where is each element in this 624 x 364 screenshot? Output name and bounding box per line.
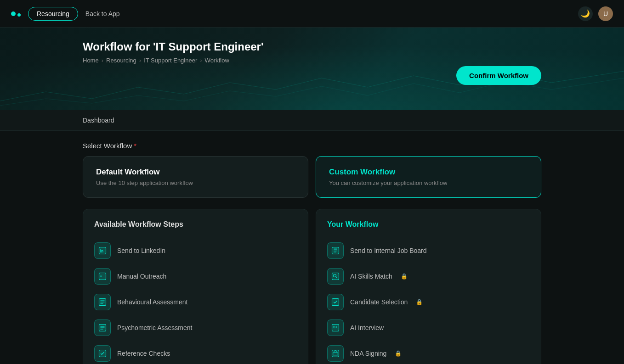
- step-reference[interactable]: Reference Checks: [94, 341, 297, 364]
- svg-text:»: »: [100, 274, 102, 279]
- your-workflow-panel: Your Workflow Send to Internal Job Board…: [316, 209, 541, 364]
- bottom-panels: Available Workflow Steps in Send to Link…: [83, 209, 541, 364]
- workflow-cards: Default Workflow Use the 10 step applica…: [83, 156, 541, 198]
- custom-workflow-title: Custom Workflow: [329, 168, 528, 177]
- breadcrumb: Home › Resourcing › IT Support Engineer …: [83, 57, 456, 64]
- avatar[interactable]: U: [598, 6, 613, 21]
- navbar-right: 🌙 U: [578, 6, 613, 21]
- breadcrumb-sep-2: ›: [139, 57, 141, 64]
- candidate-selection-icon: [327, 294, 344, 310]
- step-behavioural-label: Behavioural Assessment: [117, 298, 187, 306]
- required-indicator: *: [134, 142, 136, 150]
- linkedin-icon: in: [94, 242, 111, 259]
- ai-skills-lock-icon: 🔒: [401, 273, 408, 280]
- your-workflow-title: Your Workflow: [327, 220, 530, 229]
- yw-candidate-selection-label: Candidate Selection: [350, 298, 408, 306]
- step-psychometric[interactable]: Psychometric Assessment: [94, 315, 297, 341]
- default-workflow-desc: Use the 10 step application workflow: [96, 179, 295, 186]
- theme-toggle-button[interactable]: 🌙: [578, 6, 593, 21]
- logo-dot-1: [11, 11, 16, 16]
- psychometric-icon: [94, 319, 111, 336]
- yw-internal-job-board[interactable]: Send to Internal Job Board: [327, 238, 530, 263]
- step-manual-outreach-label: Manual Outreach: [117, 273, 166, 280]
- ai-skills-icon: [327, 268, 344, 285]
- step-manual-outreach[interactable]: » Manual Outreach: [94, 263, 297, 289]
- available-steps-panel: Available Workflow Steps in Send to Link…: [83, 209, 308, 364]
- confirm-workflow-button[interactable]: Confirm Workflow: [456, 66, 541, 85]
- select-workflow-label: Select Workflow *: [83, 142, 541, 150]
- svg-rect-1: [0, 55, 74, 110]
- step-behavioural[interactable]: Behavioural Assessment: [94, 289, 297, 315]
- hero-content: Workflow for 'IT Support Engineer' Home …: [83, 40, 456, 64]
- breadcrumb-position: IT Support Engineer: [144, 57, 197, 64]
- back-to-app-link[interactable]: Back to App: [85, 10, 120, 17]
- breadcrumb-home: Home: [83, 57, 99, 64]
- yw-internal-job-board-label: Send to Internal Job Board: [350, 247, 427, 254]
- ai-interview-icon: [327, 319, 344, 336]
- step-linkedin-label: Send to LinkedIn: [117, 247, 165, 254]
- internal-job-board-icon: [327, 242, 344, 259]
- svg-rect-25: [332, 325, 339, 331]
- custom-workflow-card[interactable]: Custom Workflow You can customize your a…: [316, 156, 541, 198]
- yw-ai-skills-label: AI Skills Match: [350, 273, 392, 280]
- manual-outreach-icon: »: [94, 268, 111, 285]
- yw-candidate-selection[interactable]: Candidate Selection 🔒: [327, 289, 530, 315]
- svg-text:in: in: [100, 249, 103, 253]
- yw-nda[interactable]: NDA Signing 🔒: [327, 341, 530, 364]
- navbar: Resourcing Back to App 🌙 U: [0, 0, 624, 28]
- svg-rect-17: [332, 247, 339, 254]
- breadcrumb-workflow: Workflow: [205, 57, 229, 64]
- reference-icon: [94, 345, 111, 362]
- step-psychometric-label: Psychometric Assessment: [117, 324, 192, 331]
- yw-ai-interview[interactable]: AI Interview: [327, 315, 530, 341]
- svg-rect-18: [334, 249, 337, 250]
- candidate-selection-lock-icon: 🔒: [416, 299, 423, 305]
- dashboard-bar: Dashboard: [0, 110, 624, 131]
- nda-icon: [327, 345, 344, 362]
- resourcing-button[interactable]: Resourcing: [28, 7, 78, 21]
- behavioural-icon: [94, 294, 111, 310]
- yw-ai-skills[interactable]: AI Skills Match 🔒: [327, 263, 530, 289]
- logo-dot-2: [17, 13, 21, 17]
- dashboard-label: Dashboard: [83, 117, 114, 124]
- logo: [11, 11, 21, 17]
- svg-rect-21: [332, 273, 339, 280]
- nda-lock-icon: 🔒: [395, 350, 402, 357]
- step-reference-label: Reference Checks: [117, 350, 170, 357]
- available-steps-title: Available Workflow Steps: [94, 220, 297, 229]
- breadcrumb-resourcing: Resourcing: [106, 57, 136, 64]
- breadcrumb-sep-1: ›: [102, 57, 103, 64]
- hero-section: Workflow for 'IT Support Engineer' Home …: [0, 28, 624, 110]
- default-workflow-title: Default Workflow: [96, 168, 295, 177]
- yw-nda-label: NDA Signing: [350, 350, 386, 357]
- yw-ai-interview-label: AI Interview: [350, 324, 384, 331]
- custom-workflow-desc: You can customize your application workf…: [329, 179, 528, 186]
- main-content: Select Workflow * Default Workflow Use t…: [0, 131, 624, 364]
- step-linkedin[interactable]: in Send to LinkedIn: [94, 238, 297, 263]
- breadcrumb-sep-3: ›: [200, 57, 202, 64]
- page-title: Workflow for 'IT Support Engineer': [83, 40, 456, 53]
- select-workflow-section: Select Workflow * Default Workflow Use t…: [83, 142, 541, 198]
- default-workflow-card[interactable]: Default Workflow Use the 10 step applica…: [83, 156, 308, 198]
